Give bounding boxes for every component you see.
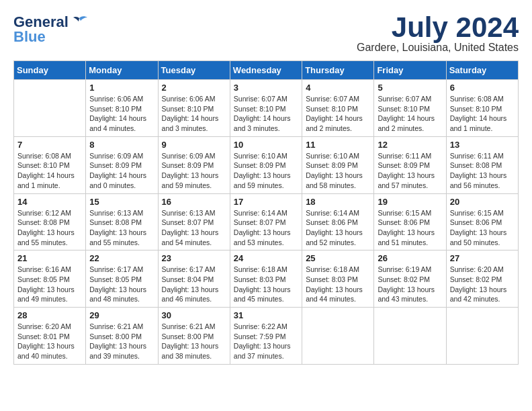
calendar-week-row: 28 Sunrise: 6:20 AMSunset: 8:01 PMDaylig… [14,308,519,365]
calendar-cell: 8 Sunrise: 6:09 AMSunset: 8:09 PMDayligh… [86,136,158,193]
calendar-cell: 24 Sunrise: 6:18 AMSunset: 8:03 PMDaylig… [230,250,302,308]
calendar-cell: 25 Sunrise: 6:18 AMSunset: 8:03 PMDaylig… [302,250,374,308]
day-number: 25 [306,253,370,263]
calendar-cell: 12 Sunrise: 6:11 AMSunset: 8:09 PMDaylig… [374,136,446,193]
day-number: 6 [450,83,515,93]
cell-info: Sunrise: 6:21 AMSunset: 8:00 PMDaylight:… [162,322,219,360]
day-number: 29 [89,310,154,320]
calendar-day-header: Monday [86,61,158,80]
logo: General Blue [13,13,89,46]
cell-info: Sunrise: 6:10 AMSunset: 8:09 PMDaylight:… [234,152,291,189]
cell-info: Sunrise: 6:17 AMSunset: 8:04 PMDaylight:… [162,265,219,303]
cell-info: Sunrise: 6:06 AMSunset: 8:10 PMDaylight:… [89,95,146,132]
cell-info: Sunrise: 6:09 AMSunset: 8:09 PMDaylight:… [89,152,146,189]
calendar-cell: 18 Sunrise: 6:14 AMSunset: 8:06 PMDaylig… [302,193,374,250]
calendar-cell: 31 Sunrise: 6:22 AMSunset: 7:59 PMDaylig… [230,308,302,365]
cell-info: Sunrise: 6:20 AMSunset: 8:02 PMDaylight:… [450,265,507,303]
day-number: 2 [162,83,226,93]
day-number: 26 [378,253,442,263]
day-number: 4 [306,83,370,93]
cell-info: Sunrise: 6:15 AMSunset: 8:06 PMDaylight:… [450,209,507,246]
calendar-cell: 27 Sunrise: 6:20 AMSunset: 8:02 PMDaylig… [446,250,518,308]
calendar-cell: 4 Sunrise: 6:07 AMSunset: 8:10 PMDayligh… [302,80,374,137]
calendar-week-row: 7 Sunrise: 6:08 AMSunset: 8:10 PMDayligh… [14,136,519,193]
day-number: 9 [162,140,226,150]
cell-info: Sunrise: 6:15 AMSunset: 8:06 PMDaylight:… [378,209,435,246]
day-number: 11 [306,140,370,150]
cell-info: Sunrise: 6:17 AMSunset: 8:05 PMDaylight:… [89,265,146,303]
cell-info: Sunrise: 6:12 AMSunset: 8:08 PMDaylight:… [17,209,75,246]
calendar-cell: 26 Sunrise: 6:19 AMSunset: 8:02 PMDaylig… [374,250,446,308]
cell-info: Sunrise: 6:07 AMSunset: 8:10 PMDaylight:… [234,95,291,132]
calendar-cell: 3 Sunrise: 6:07 AMSunset: 8:10 PMDayligh… [230,80,302,137]
calendar-week-row: 21 Sunrise: 6:16 AMSunset: 8:05 PMDaylig… [14,250,519,308]
day-number: 14 [17,197,82,207]
calendar-cell [302,308,374,365]
logo-bird-icon [70,15,89,29]
cell-info: Sunrise: 6:07 AMSunset: 8:10 PMDaylight:… [306,95,363,132]
cell-info: Sunrise: 6:18 AMSunset: 8:03 PMDaylight:… [234,265,291,303]
logo-blue: Blue [13,28,46,46]
day-number: 20 [450,197,515,207]
calendar-cell: 16 Sunrise: 6:13 AMSunset: 8:07 PMDaylig… [158,193,230,250]
subtitle: Gardere, Louisiana, United States [357,42,519,54]
calendar-cell: 17 Sunrise: 6:14 AMSunset: 8:07 PMDaylig… [230,193,302,250]
day-number: 10 [234,140,298,150]
calendar-cell: 11 Sunrise: 6:10 AMSunset: 8:09 PMDaylig… [302,136,374,193]
day-number: 31 [234,310,298,320]
cell-info: Sunrise: 6:08 AMSunset: 8:10 PMDaylight:… [17,152,75,189]
day-number: 8 [89,140,154,150]
cell-info: Sunrise: 6:08 AMSunset: 8:10 PMDaylight:… [450,95,507,132]
calendar-day-header: Sunday [14,61,86,80]
calendar-cell: 1 Sunrise: 6:06 AMSunset: 8:10 PMDayligh… [86,80,158,137]
cell-info: Sunrise: 6:21 AMSunset: 8:00 PMDaylight:… [89,322,146,360]
calendar-cell: 2 Sunrise: 6:06 AMSunset: 8:10 PMDayligh… [158,80,230,137]
cell-info: Sunrise: 6:13 AMSunset: 8:07 PMDaylight:… [162,209,219,246]
calendar-cell: 14 Sunrise: 6:12 AMSunset: 8:08 PMDaylig… [14,193,86,250]
cell-info: Sunrise: 6:18 AMSunset: 8:03 PMDaylight:… [306,265,363,303]
calendar-cell: 28 Sunrise: 6:20 AMSunset: 8:01 PMDaylig… [14,308,86,365]
calendar-cell: 13 Sunrise: 6:11 AMSunset: 8:08 PMDaylig… [446,136,518,193]
day-number: 19 [378,197,442,207]
calendar-day-header: Friday [374,61,446,80]
cell-info: Sunrise: 6:22 AMSunset: 7:59 PMDaylight:… [234,322,291,360]
month-title: July 2024 [357,13,519,42]
day-number: 30 [162,310,226,320]
calendar-cell: 30 Sunrise: 6:21 AMSunset: 8:00 PMDaylig… [158,308,230,365]
calendar-cell: 29 Sunrise: 6:21 AMSunset: 8:00 PMDaylig… [86,308,158,365]
day-number: 17 [234,197,298,207]
cell-info: Sunrise: 6:14 AMSunset: 8:06 PMDaylight:… [306,209,363,246]
day-number: 16 [162,197,226,207]
day-number: 21 [17,253,82,263]
cell-info: Sunrise: 6:11 AMSunset: 8:09 PMDaylight:… [378,152,435,189]
cell-info: Sunrise: 6:09 AMSunset: 8:09 PMDaylight:… [162,152,219,189]
cell-info: Sunrise: 6:07 AMSunset: 8:10 PMDaylight:… [378,95,435,132]
header: General Blue July 2024 Gardere, Louisian… [13,13,519,54]
day-number: 18 [306,197,370,207]
calendar-cell: 15 Sunrise: 6:13 AMSunset: 8:08 PMDaylig… [86,193,158,250]
calendar-table: SundayMondayTuesdayWednesdayThursdayFrid… [13,60,519,365]
calendar-header-row: SundayMondayTuesdayWednesdayThursdayFrid… [14,61,519,80]
day-number: 3 [234,83,298,93]
calendar-cell: 19 Sunrise: 6:15 AMSunset: 8:06 PMDaylig… [374,193,446,250]
calendar-cell: 20 Sunrise: 6:15 AMSunset: 8:06 PMDaylig… [446,193,518,250]
cell-info: Sunrise: 6:20 AMSunset: 8:01 PMDaylight:… [17,322,75,360]
day-number: 22 [89,253,154,263]
calendar-cell [374,308,446,365]
calendar-cell: 23 Sunrise: 6:17 AMSunset: 8:04 PMDaylig… [158,250,230,308]
calendar-day-header: Tuesday [158,61,230,80]
cell-info: Sunrise: 6:10 AMSunset: 8:09 PMDaylight:… [306,152,363,189]
calendar-week-row: 14 Sunrise: 6:12 AMSunset: 8:08 PMDaylig… [14,193,519,250]
calendar-day-header: Thursday [302,61,374,80]
cell-info: Sunrise: 6:11 AMSunset: 8:08 PMDaylight:… [450,152,507,189]
day-number: 15 [89,197,154,207]
title-area: July 2024 Gardere, Louisiana, United Sta… [357,13,519,54]
calendar-cell: 5 Sunrise: 6:07 AMSunset: 8:10 PMDayligh… [374,80,446,137]
day-number: 24 [234,253,298,263]
cell-info: Sunrise: 6:06 AMSunset: 8:10 PMDaylight:… [162,95,219,132]
calendar-cell: 6 Sunrise: 6:08 AMSunset: 8:10 PMDayligh… [446,80,518,137]
day-number: 23 [162,253,226,263]
day-number: 7 [17,140,82,150]
calendar-day-header: Saturday [446,61,518,80]
calendar-cell: 22 Sunrise: 6:17 AMSunset: 8:05 PMDaylig… [86,250,158,308]
